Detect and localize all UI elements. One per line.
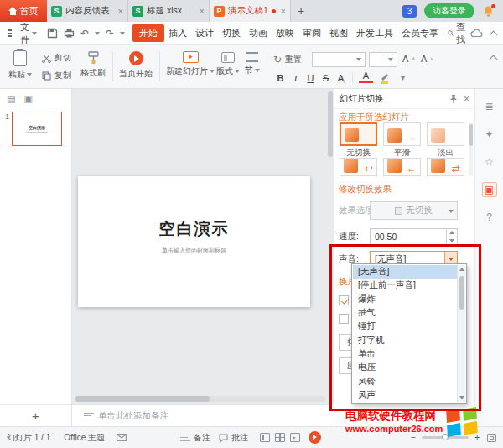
copy-button[interactable]: 复制 bbox=[42, 70, 71, 81]
comments-toggle-button[interactable]: 批注 bbox=[219, 432, 248, 444]
cut-button[interactable]: 剪切 bbox=[42, 52, 71, 64]
ribbon-tab-transition[interactable]: 切换 bbox=[218, 24, 245, 42]
cloud-sync-icon[interactable] bbox=[470, 29, 483, 38]
speed-input[interactable]: 00.50 bbox=[370, 228, 458, 245]
transition-morph[interactable]: → 平滑 bbox=[382, 122, 422, 159]
font-color-button[interactable]: A bbox=[359, 70, 373, 83]
checkbox-checked-icon[interactable] bbox=[339, 295, 349, 305]
strikethrough-button[interactable]: S bbox=[319, 70, 333, 85]
slides-view-toggle-icon[interactable]: ▤ bbox=[7, 93, 15, 104]
ribbon-tab-view[interactable]: 视图 bbox=[325, 24, 352, 42]
text-shadow-button[interactable]: A bbox=[334, 70, 348, 85]
sound-option[interactable]: [停止前一声音] bbox=[353, 279, 457, 292]
doc-tab-presentation-active[interactable]: P 演示文稿1 × bbox=[210, 0, 291, 22]
slideshow-play-button[interactable] bbox=[309, 431, 321, 444]
ribbon-tab-animation[interactable]: 动画 bbox=[245, 24, 272, 42]
new-slide-button[interactable]: ✦ 新建幻灯片 bbox=[166, 51, 215, 77]
close-tab-icon[interactable]: × bbox=[281, 7, 286, 16]
dropdown-scrollbar[interactable] bbox=[457, 265, 465, 402]
sound-option[interactable]: [无声音] bbox=[353, 265, 457, 279]
pin-icon[interactable] bbox=[449, 94, 458, 104]
slide-canvas-area[interactable]: 空白演示 单击输入您的封面副标题 bbox=[72, 89, 334, 404]
print-icon[interactable] bbox=[64, 28, 75, 39]
bold-button[interactable]: B bbox=[273, 70, 288, 85]
transition-panel-icon[interactable]: ▣ bbox=[482, 182, 497, 197]
help-panel-icon[interactable]: ? bbox=[482, 210, 497, 225]
notes-toggle-button[interactable]: 备注 bbox=[180, 432, 210, 444]
scroll-up-icon[interactable] bbox=[459, 268, 464, 271]
shrink-font-button[interactable]: A˅ bbox=[421, 54, 433, 64]
sound-option[interactable]: 打字机 bbox=[353, 333, 457, 346]
italic-button[interactable]: I bbox=[288, 70, 303, 85]
highlight-color-button[interactable] bbox=[377, 70, 392, 85]
font-family-select[interactable] bbox=[312, 52, 366, 67]
spin-down-icon[interactable] bbox=[449, 239, 454, 242]
ribbon-tab-devtools[interactable]: 开发工具 bbox=[352, 24, 397, 42]
ribbon-tab-slideshow[interactable]: 放映 bbox=[272, 24, 298, 42]
doc-tab-xlsx[interactable]: S 标题.xlsx × bbox=[128, 0, 210, 22]
play-from-current-button[interactable]: 当页开始 bbox=[119, 51, 153, 80]
favorites-panel-icon[interactable]: ☆ bbox=[482, 154, 497, 169]
slide-editing-surface[interactable]: 空白演示 单击输入您的封面副标题 bbox=[78, 176, 310, 307]
close-tab-icon[interactable]: × bbox=[118, 7, 123, 16]
hamburger-menu-icon[interactable] bbox=[8, 29, 12, 37]
close-tab-icon[interactable]: × bbox=[200, 7, 205, 16]
ribbon-tab-home[interactable]: 开始 bbox=[132, 24, 164, 42]
notification-bell-icon[interactable] bbox=[482, 5, 495, 18]
undo-icon[interactable]: ↶ bbox=[80, 29, 89, 39]
undo-dropdown-icon[interactable] bbox=[95, 32, 100, 35]
guest-login-button[interactable]: 访客登录 bbox=[424, 3, 474, 18]
find-button[interactable]: 查找 bbox=[448, 21, 469, 46]
grow-font-button[interactable]: A˄ bbox=[402, 54, 415, 64]
mail-status-icon[interactable] bbox=[117, 434, 127, 441]
sound-option[interactable]: 风铃 bbox=[353, 374, 457, 388]
doc-tab-feedback[interactable]: S 内容反馈表 × bbox=[47, 0, 128, 22]
collapse-ribbon-icon[interactable] bbox=[490, 30, 498, 39]
effect-options-select[interactable]: 无切换 bbox=[370, 201, 458, 220]
transition-fade[interactable]: 淡出 bbox=[426, 122, 465, 159]
save-icon[interactable] bbox=[47, 28, 58, 39]
spin-up-icon[interactable] bbox=[449, 231, 454, 234]
scrollbar-thumb[interactable] bbox=[459, 276, 464, 310]
properties-panel-icon[interactable]: ≣ bbox=[482, 99, 497, 114]
sorter-view-button[interactable] bbox=[275, 433, 285, 442]
more-format-icon[interactable]: ▾ bbox=[396, 70, 410, 85]
sound-option[interactable]: 电压 bbox=[353, 361, 457, 374]
layout-button[interactable]: 版式 bbox=[216, 52, 240, 77]
transition-none[interactable]: 无切换 bbox=[339, 122, 378, 159]
slide-subtitle-text[interactable]: 单击输入您的封面副标题 bbox=[78, 247, 310, 255]
sound-option[interactable]: 风声 bbox=[353, 388, 457, 402]
redo-dropdown-icon[interactable] bbox=[120, 32, 125, 35]
paste-button[interactable]: 粘贴 bbox=[8, 50, 32, 81]
notes-placeholder-area[interactable]: 单击此处添加备注 bbox=[72, 410, 169, 422]
scrollbar-thumb[interactable] bbox=[75, 396, 210, 402]
section-button[interactable]: 节 bbox=[245, 52, 260, 76]
ribbon-tab-insert[interactable]: 插入 bbox=[164, 24, 191, 42]
underline-button[interactable]: U bbox=[303, 70, 318, 85]
format-painter-button[interactable]: 格式刷 bbox=[80, 51, 106, 79]
scroll-down-icon[interactable] bbox=[459, 396, 464, 399]
sound-option[interactable]: 单击 bbox=[353, 347, 457, 361]
ribbon-tab-review[interactable]: 审阅 bbox=[298, 24, 325, 42]
font-size-select[interactable] bbox=[369, 52, 397, 67]
slide-title-text[interactable]: 空白演示 bbox=[78, 218, 310, 240]
canvas-vertical-scrollbar[interactable] bbox=[328, 91, 333, 157]
home-tab[interactable]: 首页 bbox=[0, 0, 47, 22]
ribbon-tab-member[interactable]: 会员专享 bbox=[397, 24, 443, 42]
message-count-badge[interactable]: 3 bbox=[402, 5, 417, 18]
reading-view-button[interactable] bbox=[290, 433, 300, 442]
slide-1-thumbnail[interactable]: 空白演示 bbox=[12, 112, 62, 146]
ribbon-tab-design[interactable]: 设计 bbox=[191, 24, 218, 42]
normal-view-button[interactable] bbox=[260, 433, 270, 442]
theme-name[interactable]: Office 主题 bbox=[64, 432, 105, 444]
new-tab-button[interactable]: + bbox=[291, 0, 311, 22]
canvas-horizontal-scrollbar[interactable] bbox=[75, 396, 325, 402]
file-menu[interactable]: 文件 bbox=[16, 21, 41, 46]
sound-option[interactable]: 爆炸 bbox=[353, 293, 457, 306]
checkbox-unchecked-icon[interactable] bbox=[339, 314, 349, 324]
scrollbar-thumb[interactable] bbox=[469, 124, 473, 146]
transition-extra-1[interactable]: ↩ bbox=[339, 158, 378, 176]
ribbon-expand-icon[interactable] bbox=[490, 55, 498, 64]
outline-view-toggle-icon[interactable]: ▣ bbox=[23, 93, 32, 104]
reset-button[interactable]: ↻ 重置 bbox=[273, 54, 302, 65]
